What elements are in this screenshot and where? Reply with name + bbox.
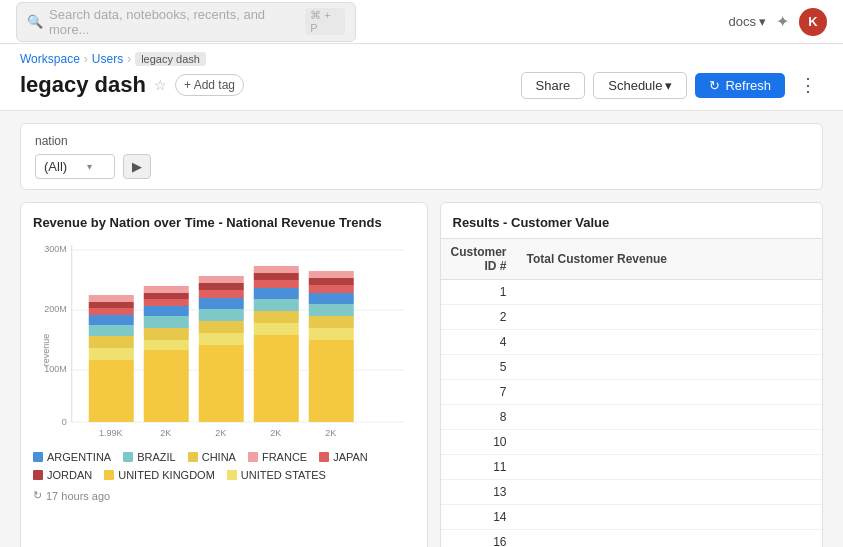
legend-item-uk: UNITED KINGDOM xyxy=(104,469,215,481)
svg-text:2K: 2K xyxy=(215,428,226,438)
svg-rect-19 xyxy=(144,340,189,350)
filter-controls: (All) ▾ ▶ xyxy=(35,154,808,179)
svg-rect-37 xyxy=(254,299,299,311)
svg-rect-31 xyxy=(199,290,244,298)
chevron-down-icon: ▾ xyxy=(665,78,672,93)
svg-text:revenue: revenue xyxy=(41,334,51,367)
table-row: 16 xyxy=(441,530,823,548)
chart-title: Revenue by Nation over Time - National R… xyxy=(33,215,415,230)
legend-item-argentina: ARGENTINA xyxy=(33,451,111,463)
chevron-down-icon: ▾ xyxy=(87,161,92,172)
search-icon: 🔍 xyxy=(27,14,43,29)
svg-rect-30 xyxy=(199,298,244,309)
svg-rect-11 xyxy=(89,348,134,360)
svg-text:200M: 200M xyxy=(44,304,67,314)
svg-rect-12 xyxy=(89,336,134,348)
star-icon[interactable]: ☆ xyxy=(154,77,167,93)
cell-id: 2 xyxy=(441,305,517,330)
cell-id: 10 xyxy=(441,430,517,455)
cell-revenue xyxy=(517,505,822,530)
nation-select[interactable]: (All) ▾ xyxy=(35,154,115,179)
cell-id: 13 xyxy=(441,480,517,505)
svg-rect-44 xyxy=(309,316,354,328)
svg-rect-13 xyxy=(89,325,134,336)
svg-text:2K: 2K xyxy=(270,428,281,438)
cell-revenue xyxy=(517,355,822,380)
breadcrumb-users[interactable]: Users xyxy=(92,52,123,66)
svg-rect-48 xyxy=(309,278,354,285)
cell-revenue xyxy=(517,330,822,355)
cell-revenue xyxy=(517,480,822,505)
cell-revenue xyxy=(517,455,822,480)
svg-rect-29 xyxy=(199,309,244,321)
schedule-button[interactable]: Schedule ▾ xyxy=(593,72,687,99)
filter-run-button[interactable]: ▶ xyxy=(123,154,151,179)
refresh-button[interactable]: ↻ Refresh xyxy=(695,73,785,98)
cell-id: 14 xyxy=(441,505,517,530)
table-row: 14 xyxy=(441,505,823,530)
results-section: Results - Customer Value Customer ID # T… xyxy=(440,202,824,547)
breadcrumb-workspace[interactable]: Workspace xyxy=(20,52,80,66)
chevron-down-icon: ▾ xyxy=(759,14,766,29)
table-row: 11 xyxy=(441,455,823,480)
legend-item-france: FRANCE xyxy=(248,451,307,463)
svg-rect-34 xyxy=(254,335,299,422)
filter-label: nation xyxy=(35,134,808,148)
table-row: 5 xyxy=(441,355,823,380)
title-row: legacy dash ☆ + Add tag Share Schedule ▾… xyxy=(20,70,823,100)
svg-text:300M: 300M xyxy=(44,244,67,254)
svg-rect-38 xyxy=(254,288,299,299)
col-header-id: Customer ID # xyxy=(441,239,517,280)
cell-id: 4 xyxy=(441,330,517,355)
svg-rect-23 xyxy=(144,299,189,306)
svg-rect-28 xyxy=(199,321,244,333)
cell-revenue xyxy=(517,305,822,330)
magic-icon[interactable]: ✦ xyxy=(776,12,789,31)
table-row: 4 xyxy=(441,330,823,355)
svg-rect-49 xyxy=(309,271,354,278)
legend-item-china: CHINA xyxy=(188,451,236,463)
share-button[interactable]: Share xyxy=(521,72,586,99)
svg-rect-18 xyxy=(144,350,189,422)
breadcrumb-current: legacy dash xyxy=(135,52,206,66)
results-table-container[interactable]: Customer ID # Total Customer Revenue 1 2… xyxy=(441,239,823,547)
cell-revenue xyxy=(517,530,822,548)
svg-rect-41 xyxy=(254,266,299,273)
filter-section: nation (All) ▾ ▶ xyxy=(20,123,823,190)
search-box[interactable]: 🔍 Search data, notebooks, recents, and m… xyxy=(16,2,356,42)
cell-revenue xyxy=(517,280,822,305)
table-row: 10 xyxy=(441,430,823,455)
add-tag-button[interactable]: + Add tag xyxy=(175,74,244,96)
legend-item-japan: JAPAN xyxy=(319,451,368,463)
cell-id: 16 xyxy=(441,530,517,548)
cell-revenue xyxy=(517,405,822,430)
svg-rect-42 xyxy=(309,340,354,422)
svg-rect-17 xyxy=(89,295,134,302)
cell-id: 1 xyxy=(441,280,517,305)
svg-rect-20 xyxy=(144,328,189,340)
page-header: Workspace › Users › legacy dash legacy d… xyxy=(0,44,843,111)
legend-color-uk xyxy=(104,470,114,480)
svg-rect-25 xyxy=(144,286,189,293)
chart-section: Revenue by Nation over Time - National R… xyxy=(20,202,428,547)
svg-rect-27 xyxy=(199,333,244,345)
table-row: 2 xyxy=(441,305,823,330)
legend-item-jordan: JORDAN xyxy=(33,469,92,481)
svg-text:0: 0 xyxy=(62,417,67,427)
svg-rect-47 xyxy=(309,285,354,293)
cell-id: 7 xyxy=(441,380,517,405)
page-title: legacy dash xyxy=(20,72,146,98)
legend-color-jordan xyxy=(33,470,43,480)
charts-row: Revenue by Nation over Time - National R… xyxy=(20,202,823,547)
avatar[interactable]: K xyxy=(799,8,827,36)
search-placeholder: Search data, notebooks, recents, and mor… xyxy=(49,7,299,37)
more-options-button[interactable]: ⋮ xyxy=(793,70,823,100)
chart-legend: ARGENTINA BRAZIL CHINA FRANCE JAPAN xyxy=(33,451,415,481)
svg-rect-15 xyxy=(89,308,134,315)
legend-item-brazil: BRAZIL xyxy=(123,451,176,463)
results-title: Results - Customer Value xyxy=(441,203,823,239)
docs-button[interactable]: docs ▾ xyxy=(729,14,766,29)
cell-id: 8 xyxy=(441,405,517,430)
cell-revenue xyxy=(517,430,822,455)
svg-text:2K: 2K xyxy=(325,428,336,438)
